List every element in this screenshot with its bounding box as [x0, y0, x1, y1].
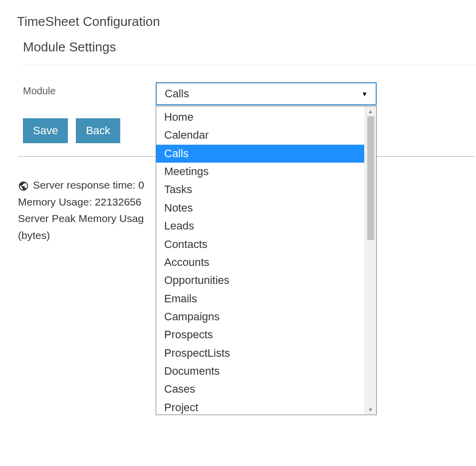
module-label: Module	[23, 82, 156, 97]
dropdown-option[interactable]: Tasks	[156, 181, 364, 199]
module-row: Module Calls ▼ HomeCalendarCallsMeetings…	[23, 82, 476, 105]
section-title: Module Settings	[23, 39, 476, 65]
dropdown-option[interactable]: Calls	[156, 145, 364, 163]
module-dropdown: HomeCalendarCallsMeetingsTasksNotesLeads…	[156, 106, 377, 415]
module-select-value: Calls	[165, 87, 189, 100]
dropdown-option[interactable]: Meetings	[156, 163, 364, 181]
dropdown-option[interactable]: ProspectLists	[156, 344, 364, 362]
save-button[interactable]: Save	[23, 118, 68, 143]
dropdown-option[interactable]: Cases	[156, 380, 364, 398]
dropdown-option[interactable]: Project	[156, 399, 364, 415]
page-title: TimeSheet Configuration	[17, 14, 476, 29]
divider	[23, 65, 476, 65]
dropdown-option[interactable]: Accounts	[156, 253, 364, 271]
dropdown-option[interactable]: Notes	[156, 199, 364, 217]
scroll-down-icon[interactable]: ▼	[365, 405, 377, 415]
back-button[interactable]: Back	[76, 118, 120, 143]
dropdown-option[interactable]: Leads	[156, 217, 364, 235]
dropdown-option[interactable]: Calendar	[156, 126, 364, 144]
dropdown-option[interactable]: Campaigns	[156, 308, 364, 326]
globe-icon	[18, 180, 29, 191]
dropdown-scrollbar[interactable]: ▲ ▼	[364, 106, 376, 415]
scroll-track[interactable]	[365, 116, 377, 405]
dropdown-option[interactable]: Prospects	[156, 326, 364, 344]
dropdown-option[interactable]: Documents	[156, 362, 364, 380]
chevron-down-icon: ▼	[361, 90, 368, 98]
scroll-up-icon[interactable]: ▲	[365, 106, 377, 116]
dropdown-option[interactable]: Contacts	[156, 235, 364, 253]
dropdown-option[interactable]: Emails	[156, 290, 364, 308]
scroll-thumb[interactable]	[367, 116, 374, 240]
response-time-text: Server response time: 0	[33, 177, 144, 194]
module-select[interactable]: Calls ▼	[156, 82, 377, 105]
dropdown-option[interactable]: Home	[156, 108, 364, 126]
dropdown-option[interactable]: Opportunities	[156, 271, 364, 289]
